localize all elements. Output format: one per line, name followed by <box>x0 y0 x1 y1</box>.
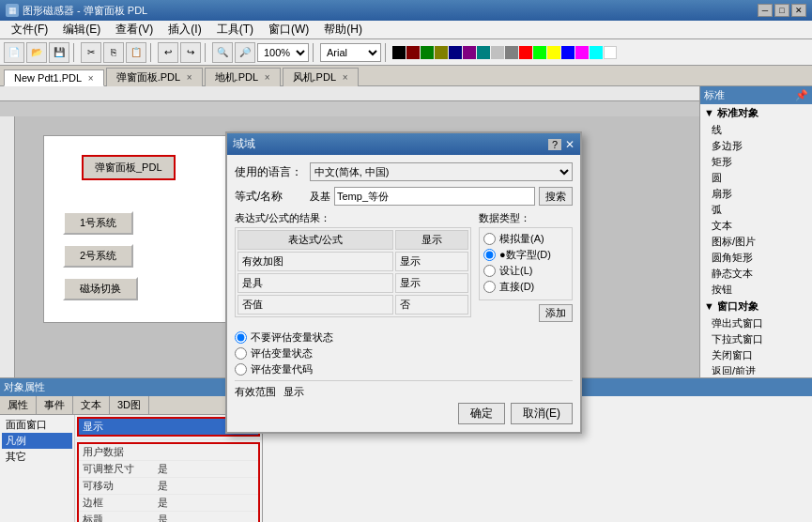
table-cell-expr1: 有效加图 <box>237 252 393 271</box>
dialog-language-label: 使用的语言： <box>235 164 310 180</box>
dialog-table-header: 表达式/公式的结果： <box>235 211 471 225</box>
table-cell-disp1: 显示 <box>395 252 468 271</box>
dialog-search-btn[interactable]: 搜索 <box>539 187 573 206</box>
dialog-table-col2-header: 显示 <box>395 230 468 250</box>
dialog-formula-row: 等式/名称 及基 搜索 <box>235 187 573 206</box>
table-row[interactable]: 否值 否 <box>237 295 468 315</box>
dialog-overlay: 域域 ? ✕ 使用的语言： 中文(简体, 中国) 等式/名称 及基 搜索 <box>0 0 812 522</box>
radio-analog[interactable]: 模拟量(A) <box>483 232 568 246</box>
dialog-add-btn[interactable]: 添加 <box>539 304 573 322</box>
dialog-bottom-options: 不要评估变量状态 评估变量状态 评估变量代码 <box>235 330 573 376</box>
dialog-close-icon[interactable]: ✕ <box>565 138 575 151</box>
dialog-ok-btn[interactable]: 确定 <box>458 403 505 424</box>
table-cell-disp2: 显示 <box>395 273 468 293</box>
dialog-formula-label: 等式/名称 <box>235 189 310 205</box>
table-cell-expr2: 是具 <box>237 273 393 293</box>
dialog-help-btn[interactable]: ? <box>548 139 561 150</box>
dialog-effective-label: 有效范围 <box>235 385 276 399</box>
table-cell-expr3: 否值 <box>237 295 393 315</box>
radio-noeval[interactable]: 不要评估变量状态 <box>235 330 573 345</box>
dialog-title-bar: 域域 ? ✕ <box>227 133 580 155</box>
dialog-content: 使用的语言： 中文(简体, 中国) 等式/名称 及基 搜索 表达式/公式的结果： <box>227 155 580 432</box>
dialog-title-label: 域域 <box>233 136 255 152</box>
table-cell-disp3: 否 <box>395 295 468 315</box>
table-row[interactable]: 有效加图 显示 <box>237 252 468 271</box>
dialog-table: 表达式/公式 显示 有效加图 显示 是具 显示 <box>235 227 471 317</box>
dialog-effective-row: 有效范围 显示 <box>235 380 573 399</box>
dialog-cancel-btn[interactable]: 取消(E) <box>511 403 573 424</box>
dialog-formula-base: 及基 <box>310 190 330 204</box>
dialog-table-col1-header: 表达式/公式 <box>237 230 393 250</box>
table-row[interactable]: 是具 显示 <box>237 273 468 293</box>
dialog-language-select[interactable]: 中文(简体, 中国) <box>310 162 573 181</box>
dialog-language-row: 使用的语言： 中文(简体, 中国) <box>235 162 573 181</box>
radio-evalcode[interactable]: 评估变量代码 <box>235 362 573 376</box>
radio-direct[interactable]: 直接(D) <box>483 280 568 294</box>
dialog-radio-group: 模拟量(A) ●数字型(D) 设让(L) 直接(D) <box>479 227 573 300</box>
dialog-formula-input[interactable] <box>334 187 535 206</box>
dialog-buttons: 确定 取消(E) <box>235 403 573 424</box>
radio-digital[interactable]: ●数字型(D) <box>483 248 568 262</box>
radio-setting[interactable]: 设让(L) <box>483 264 568 278</box>
radio-evalstatus[interactable]: 评估变量状态 <box>235 346 573 361</box>
dialog-effective-value: 显示 <box>283 385 304 399</box>
dialog-datatype-label: 数据类型： <box>479 211 573 225</box>
dialog: 域域 ? ✕ 使用的语言： 中文(简体, 中国) 等式/名称 及基 搜索 <box>225 131 582 434</box>
